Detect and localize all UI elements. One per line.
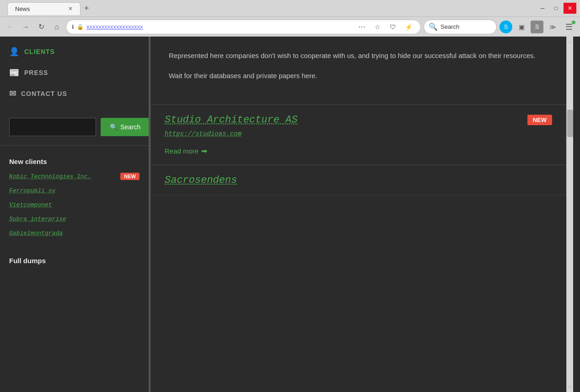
nav-item-press[interactable]: 📰 PRESS bbox=[0, 62, 149, 83]
search-area: 🔍 Search bbox=[0, 109, 149, 145]
contact-icon: ✉ bbox=[9, 89, 16, 99]
client-name[interactable]: Gabielmontgrada bbox=[9, 230, 63, 237]
read-more-text: Read more bbox=[165, 147, 199, 155]
new-tab-button[interactable]: + bbox=[81, 2, 93, 15]
intro-paragraph-2: Wait for their databases and private pap… bbox=[169, 70, 548, 81]
full-dumps-label: Full dumps bbox=[0, 249, 149, 268]
client-name[interactable]: Vietcomponet bbox=[9, 201, 52, 208]
list-item: Ferropubli sy bbox=[9, 184, 140, 198]
intro-paragraph-1: Represented here companies don't wish to… bbox=[169, 50, 548, 61]
scrollbar[interactable]: ▲ ▼ bbox=[566, 37, 573, 392]
scroll-down-button[interactable]: ▼ bbox=[567, 383, 573, 392]
client-name[interactable]: Kobic Technologies Inc. bbox=[9, 173, 91, 180]
search-button-label: Search bbox=[120, 123, 140, 131]
page-content: 👤 CLIENTS 📰 PRESS ✉ CONTACT US 🔍 Search bbox=[0, 37, 573, 392]
profile-s-icon[interactable]: S bbox=[531, 21, 543, 33]
browser-tab[interactable]: News ✕ bbox=[7, 2, 81, 15]
nav-item-clients[interactable]: 👤 CLIENTS bbox=[0, 41, 149, 62]
minimize-button[interactable]: ─ bbox=[536, 3, 549, 14]
scroll-thumb[interactable] bbox=[567, 110, 573, 137]
read-more-arrow-icon: ➡ bbox=[201, 147, 207, 155]
company-name-2[interactable]: Sacrosendens bbox=[165, 175, 237, 191]
refresh-button[interactable]: ↻ bbox=[35, 21, 48, 33]
company-new-badge: NEW bbox=[527, 115, 552, 125]
extensions-button[interactable]: ≫ bbox=[546, 21, 559, 33]
list-item: Gabielmontgrada bbox=[9, 226, 140, 240]
new-clients-label: New clients bbox=[0, 150, 149, 169]
intro-text: Represented here companies don't wish to… bbox=[169, 50, 548, 81]
bookmark-icon[interactable]: ☆ bbox=[371, 21, 384, 33]
sidebar-nav: 👤 CLIENTS 📰 PRESS ✉ CONTACT US bbox=[0, 37, 149, 109]
maximize-button[interactable]: □ bbox=[550, 3, 563, 14]
nav-label-clients: CLIENTS bbox=[24, 48, 55, 55]
info-icon: ℹ bbox=[72, 24, 74, 30]
company-name[interactable]: Studio Architecture AS bbox=[165, 114, 297, 126]
company-card-2: Sacrosendens bbox=[150, 165, 566, 196]
close-button[interactable]: ✕ bbox=[564, 3, 576, 14]
intro-block: Represented here companies don't wish to… bbox=[150, 37, 566, 105]
shield-icon[interactable]: 🛡 bbox=[387, 21, 399, 33]
scroll-track[interactable] bbox=[567, 46, 573, 383]
sidebar-toggle-icon[interactable]: ▣ bbox=[515, 21, 528, 33]
search-icon: 🔍 bbox=[429, 22, 438, 31]
left-panel: 👤 CLIENTS 📰 PRESS ✉ CONTACT US 🔍 Search bbox=[0, 37, 149, 392]
right-panel: Represented here companies don't wish to… bbox=[150, 37, 566, 392]
client-list: Kobic Technologies Inc. NEW Ferropubli s… bbox=[0, 169, 149, 240]
client-name[interactable]: Subra interprise bbox=[9, 216, 66, 222]
tab-title: News bbox=[15, 5, 30, 12]
browser-toolbar: ← → ↻ ⌂ ℹ 🔒 xxxxxxxxxxxxxxxxxxx ⋯ ☆ 🛡 ⚡ … bbox=[0, 16, 580, 37]
company-header-2: Sacrosendens bbox=[151, 165, 566, 195]
home-button[interactable]: ⌂ bbox=[50, 21, 63, 33]
nav-item-contact[interactable]: ✉ CONTACT US bbox=[0, 83, 149, 104]
more-options-icon[interactable]: ⋯ bbox=[355, 21, 368, 33]
press-icon: 📰 bbox=[9, 68, 20, 78]
forward-button[interactable]: → bbox=[19, 21, 32, 33]
search-text: Search bbox=[440, 23, 459, 30]
company-header: Studio Architecture AS NEW bbox=[151, 105, 566, 130]
window-controls: ─ □ ✕ bbox=[536, 3, 576, 14]
list-item: Kobic Technologies Inc. NEW bbox=[9, 169, 140, 184]
list-item: Vietcomponet bbox=[9, 198, 140, 212]
extension-icon[interactable]: ⚡ bbox=[402, 21, 415, 33]
tab-close-button[interactable]: ✕ bbox=[68, 5, 73, 12]
new-badge: NEW bbox=[120, 173, 140, 180]
nav-label-press: PRESS bbox=[24, 69, 48, 76]
list-item: Subra interprise bbox=[9, 212, 140, 226]
scroll-up-button[interactable]: ▲ bbox=[567, 37, 573, 46]
back-button[interactable]: ← bbox=[4, 21, 16, 33]
profile-skype-icon[interactable]: S bbox=[499, 21, 512, 33]
menu-button[interactable]: ☰ bbox=[562, 20, 576, 34]
browser-search-bar[interactable]: 🔍 Search bbox=[424, 20, 497, 34]
client-name[interactable]: Ferropubli sy bbox=[9, 187, 55, 194]
company-url[interactable]: https://studioas.com bbox=[151, 130, 566, 142]
nav-label-contact: CONTACT US bbox=[21, 90, 67, 97]
sidebar-bottom: New clients Kobic Technologies Inc. NEW … bbox=[0, 146, 149, 273]
secure-icon: 🔒 bbox=[77, 24, 84, 30]
read-more-link[interactable]: Read more ➡ bbox=[151, 142, 566, 164]
search-button[interactable]: 🔍 Search bbox=[101, 118, 150, 136]
search-input[interactable] bbox=[9, 118, 96, 136]
clients-icon: 👤 bbox=[9, 47, 20, 57]
address-bar[interactable]: ℹ 🔒 xxxxxxxxxxxxxxxxxxx ⋯ ☆ 🛡 ⚡ bbox=[66, 20, 421, 34]
search-button-icon: 🔍 bbox=[110, 123, 118, 131]
company-card: Studio Architecture AS NEW https://studi… bbox=[150, 105, 566, 165]
url-text: xxxxxxxxxxxxxxxxxxx bbox=[86, 23, 353, 30]
